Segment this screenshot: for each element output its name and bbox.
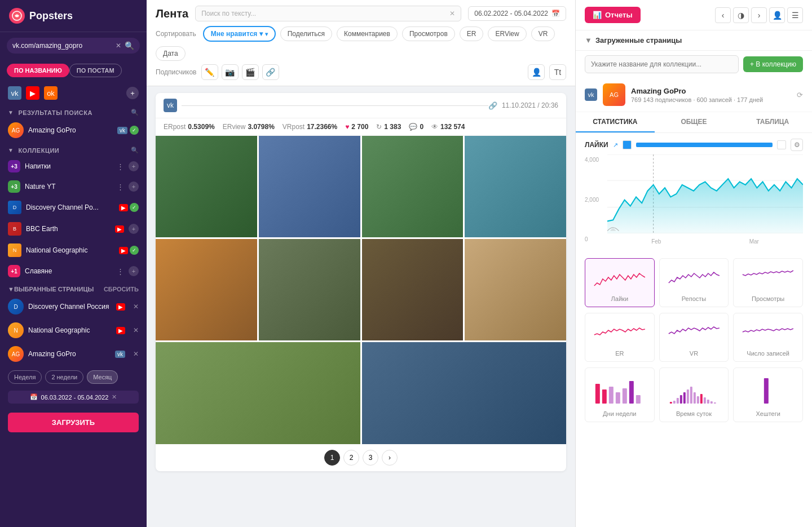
two-weeks-filter-btn[interactable]: 2 недели bbox=[45, 370, 83, 384]
collection-avatar: B bbox=[8, 222, 21, 236]
feed-search-box[interactable]: ✕ bbox=[195, 6, 461, 21]
results-search-icon[interactable]: 🔍 bbox=[131, 109, 139, 116]
featured-reset-btn[interactable]: сбросить bbox=[104, 286, 139, 293]
featured-remove-icon[interactable]: ✕ bbox=[133, 303, 139, 311]
bar-chart-weekdays[interactable]: Дни недели bbox=[585, 367, 655, 422]
sort-date-btn[interactable]: Дата bbox=[156, 46, 186, 61]
collection-menu-icon[interactable]: ⋮ bbox=[117, 267, 124, 276]
stat-views: 👁 132 574 bbox=[431, 123, 465, 131]
collection-add-icon[interactable]: + bbox=[129, 224, 139, 234]
collection-add-icon[interactable]: + bbox=[129, 266, 139, 276]
collection-add-icon[interactable]: + bbox=[129, 181, 139, 192]
chart-icon: 📊 bbox=[593, 11, 602, 19]
page-2-btn[interactable]: 2 bbox=[343, 450, 359, 466]
collapse-results-icon[interactable]: ▼ bbox=[8, 109, 14, 116]
featured-gopro: AG Amazing GoPro vk ✕ bbox=[0, 342, 147, 366]
collection-napitki[interactable]: +3 Напитки ⋮ + bbox=[0, 156, 147, 176]
rp-chart-settings-icon[interactable]: ⚙ bbox=[791, 139, 803, 151]
collections-section-label: КОЛЛЕКЦИИ bbox=[18, 147, 59, 154]
date-range-clear-icon[interactable]: ✕ bbox=[112, 393, 117, 401]
load-button[interactable]: ЗАГРУЗИТЬ bbox=[8, 413, 139, 432]
reports-button[interactable]: 📊 Отчеты bbox=[585, 7, 641, 23]
rp-page-action-icon[interactable]: ⟳ bbox=[797, 91, 803, 99]
video-filter-btn[interactable]: 🎬 bbox=[242, 64, 259, 80]
sort-views-btn[interactable]: Просмотров bbox=[402, 26, 455, 41]
rp-chart-ctrl-left[interactable] bbox=[623, 140, 632, 149]
collapse-featured-icon[interactable]: ▼ bbox=[8, 286, 14, 293]
vk-filter-icon[interactable]: vk bbox=[8, 86, 21, 100]
rp-menu-icon[interactable]: ☰ bbox=[787, 7, 803, 23]
feed-search-clear-icon[interactable]: ✕ bbox=[449, 10, 455, 17]
mini-chart-posts-count[interactable]: Число записей bbox=[733, 313, 803, 362]
person-filter-btn[interactable]: 👤 bbox=[528, 64, 545, 80]
collections-search-icon[interactable]: 🔍 bbox=[131, 147, 139, 154]
sort-comments-btn[interactable]: Комментариев bbox=[337, 26, 398, 41]
x-label-mar: Mar bbox=[749, 238, 759, 245]
stat-comments: 💬 0 bbox=[409, 123, 423, 131]
featured-remove-icon[interactable]: ✕ bbox=[133, 326, 139, 334]
text-size-btn[interactable]: Tt bbox=[549, 64, 566, 80]
bar-chart-time[interactable]: Время суток bbox=[659, 367, 729, 422]
tab-by-posts[interactable]: ПО ПОСТАМ bbox=[69, 64, 122, 77]
feed-date-range[interactable]: 06.02.2022 - 05.04.2022 📅 bbox=[468, 6, 566, 21]
collection-badges: ▶ ✓ bbox=[119, 246, 139, 255]
tab-general[interactable]: ОБЩЕЕ bbox=[655, 112, 734, 132]
add-to-collection-btn[interactable]: + В коллекцию bbox=[743, 56, 803, 72]
feed-search-input[interactable] bbox=[201, 10, 449, 17]
rp-chart-ctrl-right[interactable] bbox=[777, 140, 786, 149]
collection-bbc[interactable]: B BBC Earth ▶ + bbox=[0, 218, 147, 240]
page-next-btn[interactable]: › bbox=[382, 450, 398, 466]
bar-chart-weekdays-label: Дни недели bbox=[590, 410, 650, 417]
svg-rect-18 bbox=[686, 389, 689, 404]
page-3-btn[interactable]: 3 bbox=[363, 450, 378, 466]
rp-nav-contrast-icon[interactable]: ◑ bbox=[733, 7, 749, 23]
page-1-btn[interactable]: 1 bbox=[324, 450, 340, 466]
rp-user-icon[interactable]: 👤 bbox=[769, 7, 785, 23]
add-social-icon[interactable]: + bbox=[126, 87, 139, 99]
page-search-input[interactable] bbox=[12, 42, 112, 50]
filter-row: Подписчиков ✏️ 📷 🎬 🔗 👤 Tt bbox=[156, 64, 566, 80]
link-filter-btn[interactable]: 🔗 bbox=[262, 64, 279, 80]
featured-yt-badge: ▶ bbox=[116, 303, 125, 311]
mini-chart-likes[interactable]: Лайки bbox=[585, 258, 655, 307]
page-search-bar[interactable]: ✕ 🔍 bbox=[7, 38, 140, 54]
tab-by-name[interactable]: ПО НАЗВАНИЮ bbox=[7, 64, 69, 77]
ok-filter-icon[interactable]: ok bbox=[44, 86, 58, 100]
collection-add-icon[interactable]: + bbox=[129, 161, 139, 171]
rp-chart-link-icon[interactable]: ↗ bbox=[613, 141, 618, 149]
mini-chart-vr[interactable]: VR bbox=[659, 313, 729, 362]
time-filter-row: Неделя 2 недели Месяц bbox=[0, 366, 147, 388]
mini-chart-er[interactable]: ER bbox=[585, 313, 655, 362]
collection-menu-icon[interactable]: ⋮ bbox=[117, 162, 124, 171]
featured-remove-icon[interactable]: ✕ bbox=[133, 350, 139, 358]
rp-nav-right-icon[interactable]: › bbox=[751, 7, 767, 23]
sort-er-btn[interactable]: ER bbox=[460, 26, 484, 41]
collection-name-input[interactable] bbox=[585, 55, 739, 73]
collection-menu-icon[interactable]: ⋮ bbox=[117, 183, 124, 191]
rp-nav-left-icon[interactable]: ‹ bbox=[715, 7, 731, 23]
photo-filter-btn[interactable]: 📷 bbox=[222, 64, 239, 80]
text-filter-btn[interactable]: ✏️ bbox=[201, 64, 218, 80]
sort-vr-btn[interactable]: VR bbox=[531, 26, 555, 41]
search-clear-icon[interactable]: ✕ bbox=[116, 42, 121, 50]
collapse-collections-icon[interactable]: ▼ bbox=[8, 147, 14, 153]
x-label-feb: Feb bbox=[651, 238, 661, 245]
collection-discovery[interactable]: D Discovery Channel Po... ▶ ✓ bbox=[0, 197, 147, 218]
sort-erview-btn[interactable]: ERView bbox=[488, 26, 526, 41]
bar-chart-hashtags[interactable]: Хештеги bbox=[733, 367, 803, 422]
result-amazing-gopro[interactable]: AG Amazing GoPro vk ✓ bbox=[0, 118, 147, 142]
youtube-filter-icon[interactable]: ▶ bbox=[26, 86, 39, 100]
search-icon[interactable]: 🔍 bbox=[125, 41, 134, 50]
tab-table[interactable]: ТАБЛИЦА bbox=[733, 112, 812, 132]
collection-slavyane[interactable]: +1 Славяне ⋮ + bbox=[0, 261, 147, 281]
week-filter-btn[interactable]: Неделя bbox=[8, 370, 42, 384]
date-range-display[interactable]: 📅 06.03.2022 - 05.04.2022 ✕ bbox=[8, 391, 139, 404]
tab-statistics[interactable]: СТАТИСТИКА bbox=[576, 112, 655, 132]
mini-chart-views[interactable]: Просмотры bbox=[733, 258, 803, 307]
sort-likes-btn[interactable]: Мне нравится ▾ bbox=[203, 26, 276, 42]
collection-nature-yt[interactable]: +3 Nature YT ⋮ + bbox=[0, 176, 147, 197]
month-filter-btn[interactable]: Месяц bbox=[87, 370, 118, 384]
collection-natgeo[interactable]: N National Geographic ▶ ✓ bbox=[0, 240, 147, 261]
sort-share-btn[interactable]: Поделиться bbox=[280, 26, 332, 41]
mini-chart-reposts[interactable]: Репосты bbox=[659, 258, 729, 307]
